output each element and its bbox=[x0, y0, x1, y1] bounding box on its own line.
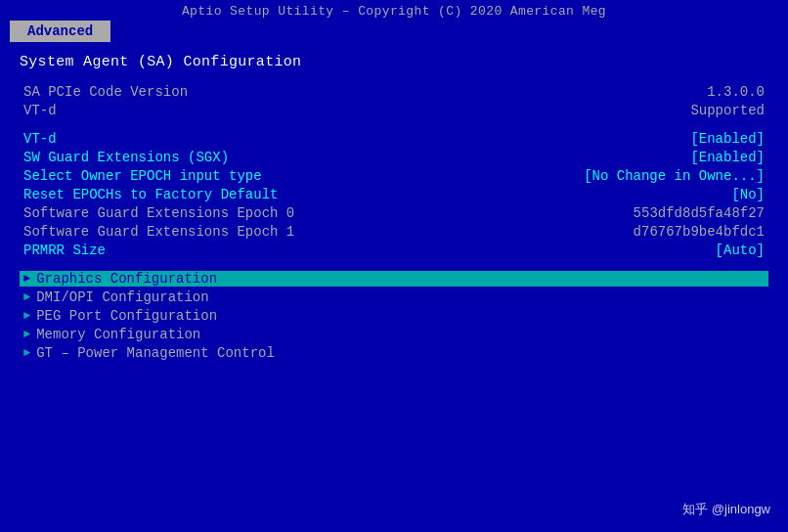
setting-row-1[interactable]: SW Guard Extensions (SGX) [Enabled] bbox=[20, 150, 768, 165]
setting-value-3: [No] bbox=[731, 187, 765, 202]
setting-value-4: 553dfd8d5fa48f27 bbox=[634, 205, 765, 221]
setting-row-2[interactable]: Select Owner EPOCH input type [No Change… bbox=[20, 168, 768, 184]
info-row-0: SA PCIe Code Version 1.3.0.0 bbox=[20, 84, 768, 100]
submenu-item-3[interactable]: ► Memory Configuration bbox=[20, 327, 768, 342]
top-bar-text: Aptio Setup Utility – Copyright (C) 2020… bbox=[182, 4, 606, 19]
setting-label-1: SW Guard Extensions (SGX) bbox=[23, 150, 336, 165]
setting-label-4: Software Guard Extensions Epoch 0 bbox=[23, 205, 336, 221]
spacer-2 bbox=[20, 261, 768, 271]
setting-label-5: Software Guard Extensions Epoch 1 bbox=[23, 224, 336, 240]
info-value-1: Supported bbox=[690, 103, 765, 118]
setting-label-0: VT-d bbox=[23, 131, 336, 147]
arrow-icon-2: ► bbox=[23, 309, 30, 323]
tab-row: Advanced bbox=[0, 21, 788, 42]
setting-value-1: [Enabled] bbox=[690, 150, 765, 165]
top-bar: Aptio Setup Utility – Copyright (C) 2020… bbox=[0, 0, 788, 21]
setting-value-0: [Enabled] bbox=[690, 131, 765, 147]
info-label-0: SA PCIe Code Version bbox=[23, 84, 336, 100]
submenu-item-2[interactable]: ► PEG Port Configuration bbox=[20, 308, 768, 324]
tab-advanced[interactable]: Advanced bbox=[10, 21, 110, 42]
setting-label-3: Reset EPOCHs to Factory Default bbox=[23, 187, 336, 202]
setting-value-6: [Auto] bbox=[716, 243, 765, 258]
setting-row-3[interactable]: Reset EPOCHs to Factory Default [No] bbox=[20, 187, 768, 202]
main-content: System Agent (SA) Configuration SA PCIe … bbox=[0, 42, 788, 372]
bios-screen: Aptio Setup Utility – Copyright (C) 2020… bbox=[0, 0, 788, 532]
setting-row-0[interactable]: VT-d [Enabled] bbox=[20, 131, 768, 147]
submenu-item-1[interactable]: ► DMI/OPI Configuration bbox=[20, 289, 768, 305]
info-label-1: VT-d bbox=[23, 103, 336, 118]
setting-label-6: PRMRR Size bbox=[23, 243, 336, 258]
info-row-1: VT-d Supported bbox=[20, 103, 768, 118]
setting-label-2: Select Owner EPOCH input type bbox=[23, 168, 336, 184]
submenu-label-2: PEG Port Configuration bbox=[36, 308, 217, 324]
arrow-icon-1: ► bbox=[23, 290, 30, 304]
submenu-label-4: GT – Power Management Control bbox=[36, 345, 275, 361]
setting-value-2: [No Change in Owne...] bbox=[584, 168, 765, 184]
setting-row-6[interactable]: PRMRR Size [Auto] bbox=[20, 243, 768, 258]
submenu-item-4[interactable]: ► GT – Power Management Control bbox=[20, 345, 768, 361]
arrow-icon-4: ► bbox=[23, 346, 30, 360]
section-title: System Agent (SA) Configuration bbox=[20, 54, 768, 70]
info-value-0: 1.3.0.0 bbox=[707, 84, 765, 100]
submenu-label-0: Graphics Configuration bbox=[36, 271, 217, 287]
setting-row-5: Software Guard Extensions Epoch 1 d76767… bbox=[20, 224, 768, 240]
spacer-1 bbox=[20, 121, 768, 131]
submenu-label-1: DMI/OPI Configuration bbox=[36, 289, 208, 305]
submenu-item-0[interactable]: ► Graphics Configuration bbox=[20, 271, 768, 287]
setting-value-5: d76767b9be4bfdc1 bbox=[634, 224, 765, 240]
submenu-label-3: Memory Configuration bbox=[36, 327, 200, 342]
watermark: 知乎 @jinlongw bbox=[682, 501, 770, 518]
arrow-icon-0: ► bbox=[23, 272, 30, 286]
arrow-icon-3: ► bbox=[23, 328, 30, 341]
setting-row-4: Software Guard Extensions Epoch 0 553dfd… bbox=[20, 205, 768, 221]
